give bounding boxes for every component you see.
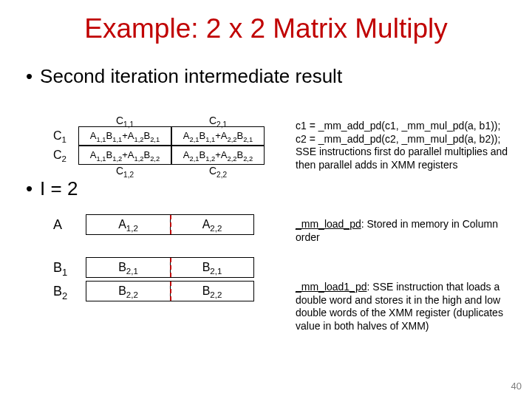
reg-b2-left: B2,2	[86, 281, 170, 301]
c-row-label-0: C1	[53, 129, 78, 143]
i-equals-text: I = 2	[40, 177, 78, 200]
reg-a-left: A1,2	[86, 214, 170, 235]
page-number: 40	[511, 381, 522, 392]
reg-b2-right: B2,2	[170, 281, 254, 301]
c-matrix-block: C1,1 C2,1 C1 A1,1B1,1+A1,2B2,1 A2,1B1,1+…	[53, 115, 265, 177]
c-cell-1-1: A2,1B1,2+A2,2B2,2	[171, 146, 265, 165]
note-c-line2: c2 = _mm_add_pd(c2, _mm_mul_pd(a, b2));	[296, 133, 517, 146]
reg-label-b2: B2	[53, 284, 86, 299]
note-c: c1 = _mm_add_pd(c1, _mm_mul_pd(a, b1)); …	[296, 120, 517, 171]
i-equals-row: • I = 2	[26, 177, 78, 200]
reg-row-b2: B2 B2,2 B2,2	[53, 281, 254, 301]
reg-row-b1: B1 B2,1 B2,1	[53, 257, 254, 278]
note-a-fn: _mm_load_pd	[296, 218, 361, 230]
c-head-1: C2,1	[171, 115, 265, 126]
bullet-dot: •	[26, 65, 33, 88]
bullet-dot-2: •	[26, 177, 33, 200]
reg-b1-right: B2,1	[170, 257, 254, 278]
register-block: A A1,2 A2,2 B1 B2,1 B2,1 B2 B2,2 B2,2	[53, 214, 254, 304]
c-head-0: C1,1	[78, 115, 171, 126]
reg-b1-left: B2,1	[86, 257, 170, 278]
c-row-label-1: C2	[53, 149, 78, 162]
c-top-headers: C1,1 C2,1	[53, 115, 265, 126]
c-row-1: C2 A1,1B1,2+A1,2B2,2 A2,1B1,2+A2,2B2,2	[53, 146, 265, 165]
subtitle-text: Second iteration intermediate result	[40, 65, 342, 88]
note-b: _mm_load1_pd: SSE instruction that loads…	[296, 281, 517, 332]
c-foot-1: C2,2	[171, 165, 265, 177]
note-b-fn: _mm_load1_pd	[296, 281, 367, 293]
note-c-line1: c1 = _mm_add_pd(c1, _mm_mul_pd(a, b1));	[296, 120, 517, 133]
c-cell-0-1: A2,1B1,1+A2,2B2,1	[171, 126, 265, 146]
note-a: _mm_load_pd: Stored in memory in Column …	[296, 218, 517, 244]
c-cell-0-0: A1,1B1,1+A1,2B2,1	[78, 126, 171, 146]
reg-label-a: A	[53, 217, 86, 233]
reg-label-b1: B1	[53, 260, 86, 276]
note-c-line3: SSE instructions first do parallel multi…	[296, 146, 517, 171]
c-foot-0: C1,2	[78, 165, 171, 177]
c-bottom-headers: C1,2 C2,2	[53, 165, 265, 177]
c-cell-1-0: A1,1B1,2+A1,2B2,2	[78, 146, 171, 165]
slide-title: Example: 2 x 2 Matrix Multiply	[0, 13, 532, 44]
c-row-0: C1 A1,1B1,1+A1,2B2,1 A2,1B1,1+A2,2B2,1	[53, 126, 265, 146]
reg-a-right: A2,2	[170, 214, 254, 235]
reg-row-a: A A1,2 A2,2	[53, 214, 254, 235]
subtitle-row: • Second iteration intermediate result	[26, 65, 532, 88]
